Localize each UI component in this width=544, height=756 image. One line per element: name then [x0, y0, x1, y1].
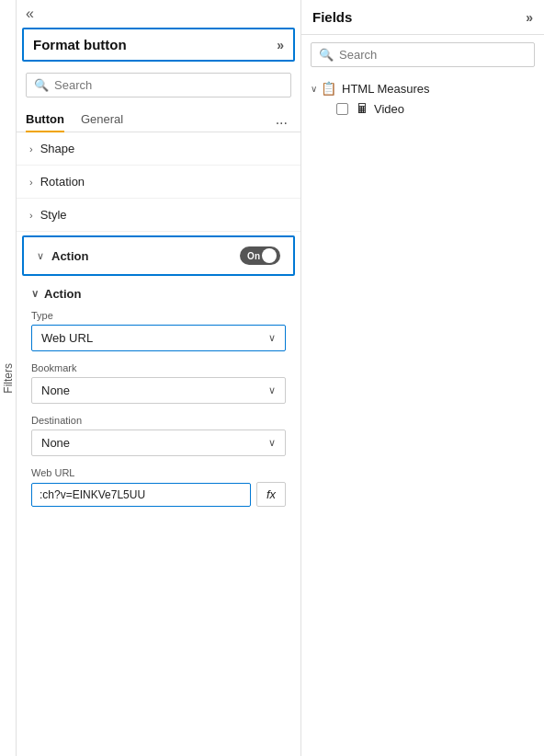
action-section-header[interactable]: ∨ Action On: [22, 235, 295, 276]
tree-parent-item[interactable]: ∨ 📋 HTML Measures: [311, 78, 535, 98]
fields-panel-title: Fields: [312, 9, 352, 25]
bookmark-dropdown-chevron-icon: ∨: [268, 384, 276, 396]
fields-panel: Fields » 🔍 ∨ 📋 HTML Measures 🖩 Video: [301, 0, 544, 756]
shape-label: Shape: [40, 142, 75, 155]
weburl-row: :ch?v=EINKVe7L5UU fx: [31, 482, 286, 507]
format-panel-chevrons[interactable]: »: [277, 38, 284, 52]
fields-panel-header: Fields »: [301, 0, 544, 35]
filters-label: Filters: [2, 363, 15, 394]
type-dropdown-value: Web URL: [41, 331, 93, 345]
bookmark-field-label: Bookmark: [31, 362, 286, 373]
action-sub-chevron-icon: ∨: [31, 288, 39, 300]
html-measures-icon: 📋: [321, 81, 336, 96]
shape-section[interactable]: › Shape: [17, 132, 300, 166]
toggle-label: On: [247, 251, 260, 261]
action-sub-label: Action: [44, 287, 81, 301]
tree-child-item[interactable]: 🖩 Video: [311, 98, 535, 119]
shape-chevron-icon: ›: [29, 143, 33, 155]
tree-parent-chevron-icon: ∨: [311, 84, 317, 94]
bookmark-dropdown-value: None: [41, 384, 70, 397]
destination-dropdown-chevron-icon: ∨: [268, 437, 276, 449]
action-chevron-icon: ∨: [37, 250, 44, 262]
fields-panel-chevrons[interactable]: »: [526, 10, 533, 25]
tab-button[interactable]: Button: [26, 107, 75, 132]
format-panel-title: Format button: [33, 37, 127, 52]
style-label: Style: [40, 208, 67, 222]
fx-button[interactable]: fx: [256, 482, 286, 507]
sections-list: › Shape › Rotation › Style ∨ Action On ∨: [17, 132, 300, 756]
style-section[interactable]: › Style: [17, 199, 300, 232]
bookmark-dropdown[interactable]: None ∨: [31, 377, 286, 404]
format-panel: « Format button » 🔍 Button General ... ›…: [17, 0, 301, 756]
type-field-label: Type: [31, 310, 286, 321]
video-checkbox[interactable]: [336, 103, 348, 115]
right-search-icon: 🔍: [319, 48, 334, 62]
right-search-input[interactable]: [339, 48, 527, 62]
destination-dropdown[interactable]: None ∨: [31, 430, 286, 456]
right-search-box[interactable]: 🔍: [311, 42, 535, 67]
weburl-field-label: Web URL: [31, 467, 286, 478]
destination-dropdown-value: None: [41, 436, 70, 450]
rotation-section[interactable]: › Rotation: [17, 166, 300, 199]
video-icon: 🖩: [356, 101, 368, 116]
weburl-input[interactable]: :ch?v=EINKVe7L5UU: [31, 483, 251, 507]
action-section-label: Action: [51, 249, 240, 263]
type-dropdown[interactable]: Web URL ∨: [31, 325, 286, 351]
left-search-input[interactable]: [54, 78, 283, 92]
rotation-label: Rotation: [40, 175, 85, 189]
toggle-knob: [262, 248, 277, 263]
style-chevron-icon: ›: [29, 210, 33, 221]
search-icon: 🔍: [34, 78, 49, 92]
tab-general[interactable]: General: [81, 107, 134, 132]
filters-sidebar: Filters: [0, 0, 17, 756]
fields-tree: ∨ 📋 HTML Measures 🖩 Video: [301, 74, 544, 122]
tab-more-button[interactable]: ...: [272, 108, 291, 132]
action-sub-header: ∨ Action: [31, 287, 286, 301]
tree-child-label: Video: [374, 102, 404, 116]
format-tabs: Button General ...: [17, 103, 300, 132]
action-toggle[interactable]: On: [240, 246, 280, 265]
destination-field-label: Destination: [31, 415, 286, 426]
tree-parent-label: HTML Measures: [342, 82, 430, 96]
type-dropdown-chevron-icon: ∨: [268, 332, 276, 344]
action-expanded-content: ∨ Action Type Web URL ∨ Bookmark None ∨ …: [17, 280, 300, 507]
format-panel-header: Format button »: [22, 28, 295, 62]
rotation-chevron-icon: ›: [29, 177, 33, 188]
collapse-left-button[interactable]: «: [26, 6, 34, 22]
left-search-box[interactable]: 🔍: [26, 73, 291, 97]
